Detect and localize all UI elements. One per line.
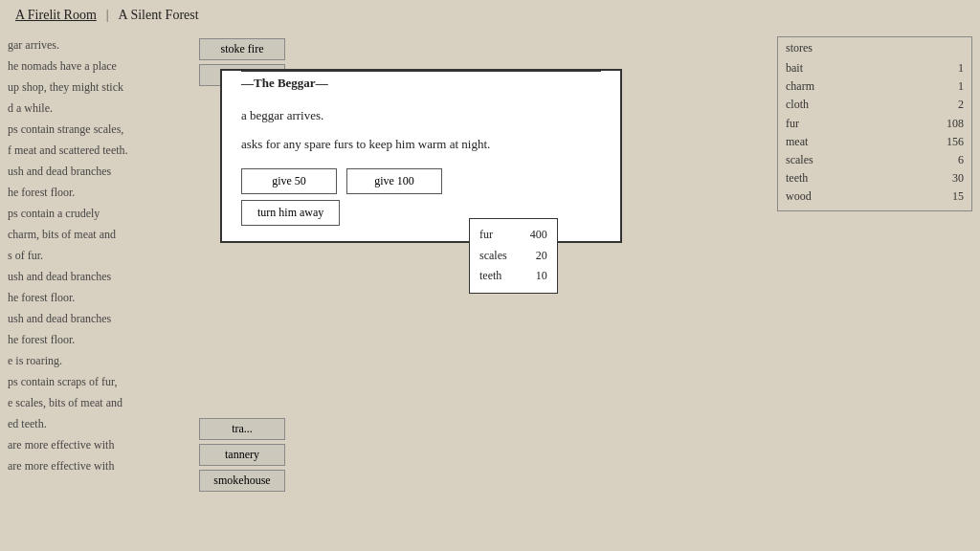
store-row: bait1 [786,59,964,77]
narrative-line: ed teeth. [8,415,184,432]
give100-tooltip: fur400scales20teeth10 [469,218,558,294]
tooltip-value: 20 [536,246,547,267]
store-value: 6 [958,151,964,169]
tooltip-row: scales20 [479,246,547,267]
store-row: teeth30 [786,169,964,187]
store-row: cloth2 [786,96,964,114]
narrative-line: ps contain scraps of fur, [8,373,184,390]
store-row: meat156 [786,133,964,151]
narrative-line: d a while. [8,99,184,117]
narrative-line: ush and dead branches [8,268,184,285]
store-value: 1 [958,59,964,77]
narrative-line: s of fur. [8,247,184,264]
tannery-button[interactable]: tannery [199,444,285,466]
stores-title: stores [786,41,964,55]
store-value: 15 [952,187,964,206]
store-name: meat [786,133,808,151]
tooltip-value: 400 [530,225,547,246]
narrative-line: he forest floor. [8,289,184,306]
header: A Firelit Room | A Silent Forest [0,0,980,31]
narrative-line: e scales, bits of meat and [8,394,184,411]
tooltip-row: teeth10 [479,266,547,287]
tab-firelit-room[interactable]: A Firelit Room [15,8,97,23]
stores-rows: bait1charm1cloth2fur108meat156scales6tee… [786,59,964,207]
smokehouse-button[interactable]: smokehouse [199,470,285,492]
narrative-line: ush and dead branches [8,310,184,327]
narrative-line: ps contain a crudely [8,205,184,222]
narrative-line: he forest floor. [8,331,184,348]
store-name: fur [786,115,799,133]
store-row: charm1 [786,77,964,96]
tooltip-label: fur [479,225,493,246]
tab-separator: | [106,8,109,23]
narrative-line: he forest floor. [8,184,184,201]
narrative-line: are more effective with [8,457,184,474]
give50-button[interactable]: give 50 [241,168,337,194]
narrative-line: f meat and scattered teeth. [8,142,184,159]
modal-line2: asks for any spare furs to keep him warm… [241,135,601,154]
store-name: bait [786,59,803,77]
bottom-action-buttons: tra... tannery smokehouse [199,418,285,492]
give100-button[interactable]: give 100 [346,168,442,194]
tooltip-label: teeth [479,266,501,287]
tooltip-value: 10 [536,266,547,287]
stores-panel: stores bait1charm1cloth2fur108meat156sca… [769,31,980,549]
trap-button[interactable]: tra... [199,418,285,440]
narrative-line: charm, bits of meat and [8,226,184,243]
narrative-line: ush and dead branches [8,163,184,180]
store-value: 108 [947,115,964,133]
modal-title: —The Beggar— [241,71,601,95]
narrative-line: ps contain strange scales, [8,121,184,138]
modal-buttons: give 50 give 100 turn him away [241,168,601,226]
beggar-modal: —The Beggar— a beggar arrives. asks for … [220,69,622,243]
store-name: cloth [786,96,809,114]
store-name: teeth [786,169,808,187]
narrative-line: e is roaring. [8,352,184,369]
main-layout: gar arrives.he nomads have a placeup sho… [0,31,980,549]
stores-box: stores bait1charm1cloth2fur108meat156sca… [777,36,972,211]
narrative-log: gar arrives.he nomads have a placeup sho… [0,31,191,549]
store-value: 2 [958,96,964,114]
center-panel: stoke fire build —The Beggar— a beggar a… [191,31,769,549]
tooltip-label: scales [479,246,507,267]
turn-away-button[interactable]: turn him away [241,200,340,226]
store-name: wood [786,187,812,206]
store-name: charm [786,77,814,96]
modal-btn-row1: give 50 give 100 [241,168,601,194]
narrative-line: he nomads have a place [8,57,184,75]
narrative-line: gar arrives. [8,36,184,54]
narrative-line: up shop, they might stick [8,78,184,96]
store-row: fur108 [786,115,964,133]
store-name: scales [786,151,813,169]
modal-line1: a beggar arrives. [241,106,601,125]
store-value: 30 [952,169,964,187]
store-row: scales6 [786,151,964,169]
store-row: wood15 [786,187,964,206]
narrative-line: are more effective with [8,436,184,453]
store-value: 1 [958,77,964,96]
tab-silent-forest[interactable]: A Silent Forest [119,8,199,23]
store-value: 156 [947,133,964,151]
tooltip-row: fur400 [479,225,547,246]
